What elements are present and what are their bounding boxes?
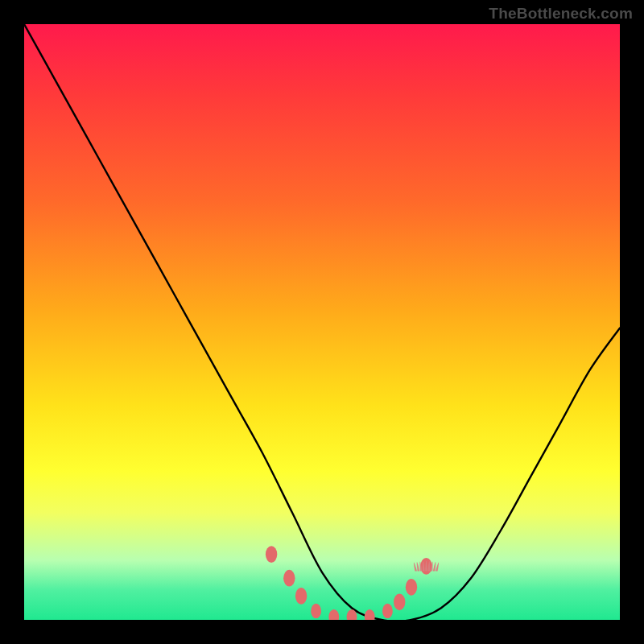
plot-area	[24, 24, 620, 620]
watermark-label: TheBottleneck.com	[489, 5, 633, 23]
curve-marker	[311, 604, 321, 618]
grass-cluster	[414, 560, 439, 571]
curve-marker	[406, 579, 417, 596]
bottleneck-curve	[24, 24, 620, 620]
chart-frame: TheBottleneck.com	[0, 0, 644, 644]
curve-marker	[266, 546, 277, 563]
marker-group	[266, 546, 432, 620]
curve-marker	[328, 609, 339, 620]
curve-marker	[382, 604, 393, 618]
curve-marker	[283, 570, 295, 587]
grass-blade	[436, 563, 439, 572]
curve-marker	[365, 609, 375, 620]
grass-blade	[433, 562, 436, 571]
grass-blade	[414, 563, 417, 572]
curve-marker	[394, 593, 405, 610]
curve-path	[24, 24, 620, 620]
curve-marker	[295, 588, 307, 605]
grass-blade	[417, 562, 419, 571]
